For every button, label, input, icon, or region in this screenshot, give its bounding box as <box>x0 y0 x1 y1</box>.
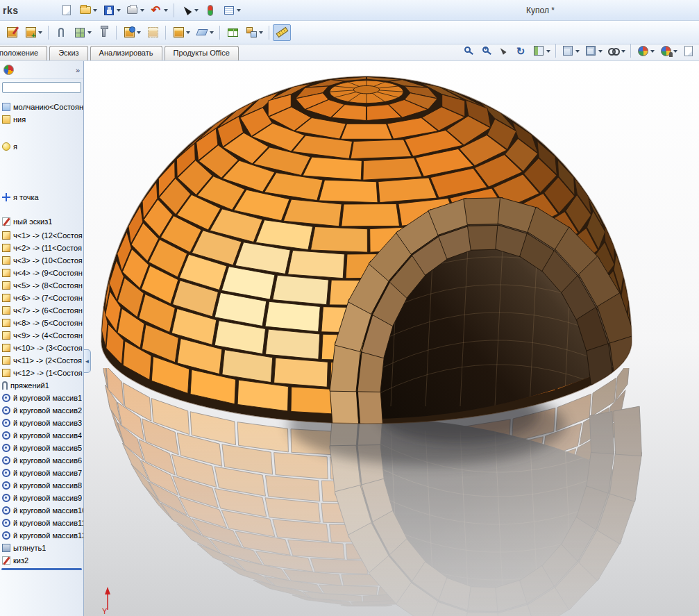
edit-appearance-button[interactable] <box>657 42 680 59</box>
tree-item[interactable]: ч<3> -> (10<Состоя <box>0 254 83 267</box>
tree-item[interactable]: ч<8> -> (5<Состоян <box>0 317 83 329</box>
tree-item[interactable]: ч<5> -> (8<Состоян <box>0 279 83 292</box>
tree-item[interactable]: й круговой массив9 <box>0 492 83 504</box>
dropdown-caret-icon[interactable] <box>117 9 121 14</box>
rotate-view-button[interactable]: ↻ <box>512 42 530 59</box>
tree-filter-input[interactable] <box>2 82 81 93</box>
tree-item[interactable]: й круговой массив2 <box>0 404 83 417</box>
collapse-panel-button[interactable]: ◄ <box>84 349 91 373</box>
tree-item[interactable]: ния <box>0 113 83 126</box>
exploded-view-button[interactable] <box>242 24 265 41</box>
tree-item[interactable]: ч<6> -> (7<Состоян <box>0 292 83 304</box>
hide-show-items-button[interactable] <box>605 42 628 59</box>
reference-geometry-button[interactable] <box>193 24 216 41</box>
select-cursor-button[interactable] <box>178 2 201 19</box>
dropdown-caret-icon[interactable] <box>673 50 677 55</box>
dropdown-caret-icon[interactable] <box>137 31 141 36</box>
dropdown-caret-icon[interactable] <box>93 9 97 14</box>
tree-item[interactable]: й круговой массив10 <box>0 504 83 517</box>
tree-item[interactable]: пряжений1 <box>0 379 83 392</box>
3d-viewport[interactable]: Y <box>84 61 699 616</box>
edit-component-button[interactable] <box>3 24 21 41</box>
tree-item[interactable]: й круговой массив6 <box>0 454 83 467</box>
pattern-icon <box>2 469 10 477</box>
zoom-area-button[interactable] <box>475 42 494 59</box>
tree-item[interactable]: й круговой массив1 <box>0 392 83 404</box>
dropdown-caret-icon[interactable] <box>650 50 655 55</box>
tree-item[interactable]: ч<12> -> (1<Состоя <box>0 367 83 379</box>
tree-item-label: пряжений1 <box>10 381 49 390</box>
tree-item[interactable]: ч<10> -> (3<Состоя <box>0 342 83 354</box>
dropdown-caret-icon[interactable] <box>87 31 92 36</box>
dropdown-caret-icon[interactable] <box>237 9 241 14</box>
open-button[interactable] <box>76 2 99 19</box>
tree-item[interactable]: й круговой массив11 <box>0 517 83 529</box>
assembly-features-button[interactable] <box>169 24 192 41</box>
tab-Продукты Office[interactable]: Продукты Office <box>165 46 239 60</box>
show-hidden-button[interactable] <box>144 24 162 41</box>
save-button[interactable] <box>100 2 123 19</box>
pattern-icon <box>2 394 10 402</box>
tree-item[interactable]: молчанию<Состоян <box>0 101 83 113</box>
tree-item[interactable]: й круговой массив4 <box>0 429 83 442</box>
linear-pattern-button[interactable] <box>71 24 94 41</box>
tab-положение[interactable]: положение <box>0 46 47 60</box>
dropdown-caret-icon[interactable] <box>621 50 625 55</box>
print-button[interactable] <box>124 2 146 19</box>
dropdown-caret-icon[interactable] <box>186 31 190 36</box>
feature-manager-panel: » молчанию<Состояннияяя точканый эскиз1ч… <box>0 61 84 616</box>
component-icon <box>2 244 10 252</box>
new-document-button[interactable] <box>58 2 76 19</box>
tree-item[interactable]: ч<9> -> (4<Состоян <box>0 329 83 342</box>
pattern-icon <box>2 431 10 440</box>
insert-components-button[interactable] <box>22 24 44 41</box>
bom-button[interactable] <box>224 24 242 41</box>
tree-item[interactable]: ч<11> -> (2<Состоя <box>0 354 83 367</box>
tree-item[interactable]: я <box>0 140 83 153</box>
rollback-bar[interactable] <box>1 568 82 570</box>
dropdown-caret-icon[interactable] <box>575 50 580 55</box>
dropdown-caret-icon[interactable] <box>546 50 550 55</box>
options-sheet-button[interactable] <box>220 2 243 19</box>
mate-button[interactable] <box>52 24 70 41</box>
tree-item[interactable]: й круговой массив8 <box>0 479 83 492</box>
dropdown-caret-icon[interactable] <box>210 31 214 36</box>
section-view-button[interactable] <box>530 42 553 59</box>
hide-show-items-icon <box>607 44 621 58</box>
expand-panel-button[interactable]: » <box>76 66 80 74</box>
dropdown-caret-icon[interactable] <box>38 31 42 36</box>
zoom-fit-button[interactable] <box>457 42 475 59</box>
open-icon <box>78 3 92 17</box>
apply-scene-button[interactable] <box>634 42 657 59</box>
dropdown-caret-icon[interactable] <box>164 9 168 14</box>
view-orientation-button[interactable] <box>559 42 582 59</box>
graphics-area[interactable]: Y <box>84 61 699 616</box>
tree-item[interactable]: ч<4> -> (9<Состоян <box>0 267 83 279</box>
tab-Анализировать[interactable]: Анализировать <box>90 46 162 60</box>
tree-item[interactable]: ытянуть1 <box>0 542 83 554</box>
tree-item[interactable]: киз2 <box>0 554 83 567</box>
smart-fasteners-button[interactable] <box>94 24 112 41</box>
document-partial-button[interactable] <box>680 42 698 59</box>
select-filter-button[interactable] <box>494 42 512 59</box>
tree-item[interactable]: й круговой массив3 <box>0 417 83 429</box>
rebuild-button[interactable] <box>201 2 219 19</box>
dropdown-caret-icon[interactable] <box>194 9 199 14</box>
tree-item[interactable]: й круговой массив7 <box>0 467 83 479</box>
display-style-button[interactable] <box>582 42 605 59</box>
tree-item[interactable]: я точка <box>0 191 83 203</box>
dropdown-caret-icon[interactable] <box>140 9 144 14</box>
tree-item[interactable]: й круговой массив12 <box>0 529 83 542</box>
tree-item[interactable]: ч<2> -> (11<Состоя <box>0 242 83 254</box>
tree-item[interactable]: ч<1> -> (12<Состоя <box>0 229 83 242</box>
dropdown-caret-icon[interactable] <box>598 50 603 55</box>
measure-button[interactable] <box>273 24 291 41</box>
tree-item[interactable]: й круговой массив5 <box>0 442 83 454</box>
undo-button[interactable]: ↶ <box>147 2 170 19</box>
tab-Эскиз[interactable]: Эскиз <box>49 46 87 60</box>
tree-item[interactable]: ч<7> -> (6<Состоян <box>0 304 83 317</box>
dropdown-caret-icon[interactable] <box>259 31 263 36</box>
tree-item[interactable]: ный эскиз1 <box>0 215 83 228</box>
move-component-button[interactable] <box>120 24 143 41</box>
sketch-icon <box>2 217 10 226</box>
